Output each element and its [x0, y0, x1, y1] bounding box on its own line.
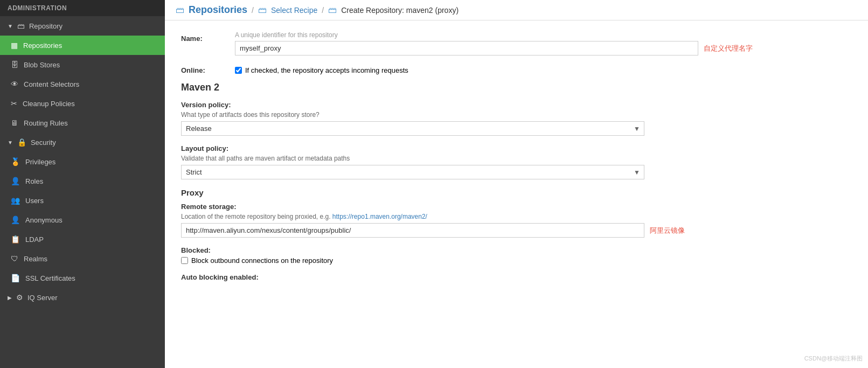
- watermark: CSDN@移动端注释图: [804, 355, 863, 363]
- security-section-label: Security: [31, 138, 56, 147]
- remote-storage-hint: Location of the remote repository being …: [181, 213, 852, 220]
- blocked-hint: Block outbound connections on the reposi…: [191, 256, 333, 265]
- repositories-breadcrumb-icon: 🗃: [176, 5, 184, 15]
- name-row: Name: A unique identifier for this repos…: [181, 31, 852, 55]
- sidebar-item-anonymous-label: Anonymous: [25, 216, 63, 224]
- sidebar-item-cleanup-policies[interactable]: ✂ Cleanup Policies: [0, 94, 165, 113]
- remote-storage-input-row: 阿里云镜像: [181, 223, 852, 238]
- online-label: Online:: [181, 63, 224, 74]
- layout-policy-block: Layout policy: Validate that all paths a…: [181, 144, 852, 179]
- sidebar-item-blob-stores[interactable]: 🗄 Blob Stores: [0, 55, 165, 74]
- main-content: 🗃 Repositories / 🗃 Select Recipe / 🗃 Cre…: [165, 0, 868, 368]
- version-policy-select-wrap: Release Snapshot Mixed ▼: [181, 121, 644, 136]
- caret-icon: ▼: [8, 23, 13, 29]
- sidebar-item-repositories[interactable]: ▦ Repositories: [0, 36, 165, 55]
- sidebar-item-users[interactable]: 👥 Users: [0, 191, 165, 210]
- version-policy-select[interactable]: Release Snapshot Mixed: [181, 121, 644, 136]
- blob-stores-icon: 🗄: [11, 60, 18, 69]
- content-selectors-icon: 👁: [11, 80, 18, 88]
- online-control-wrap: If checked, the repository accepts incom…: [235, 63, 852, 74]
- online-row: Online: If checked, the repository accep…: [181, 63, 852, 74]
- sidebar-item-ldap-label: LDAP: [25, 235, 44, 244]
- sidebar-section-repository[interactable]: ▼ 🗃 Repository: [0, 16, 165, 36]
- blocked-checkbox[interactable]: [181, 257, 188, 264]
- remote-storage-link[interactable]: https://repo1.maven.org/maven2/: [332, 213, 427, 220]
- sidebar-item-content-selectors-label: Content Selectors: [24, 80, 79, 88]
- breadcrumb: 🗃 Repositories / 🗃 Select Recipe / 🗃 Cre…: [165, 0, 868, 20]
- blocked-checkbox-row: Block outbound connections on the reposi…: [181, 256, 852, 265]
- sidebar-item-blob-stores-label: Blob Stores: [24, 61, 60, 69]
- sidebar-item-content-selectors[interactable]: 👁 Content Selectors: [0, 74, 165, 94]
- online-checkbox[interactable]: [235, 67, 242, 74]
- breadcrumb-current-page: Create Repository: maven2 (proxy): [341, 6, 459, 15]
- name-hint: A unique identifier for this repository: [235, 31, 852, 39]
- sidebar-item-ldap[interactable]: 📋 LDAP: [0, 230, 165, 249]
- online-hint: If checked, the repository accepts incom…: [245, 66, 408, 74]
- users-icon: 👥: [11, 196, 20, 205]
- privileges-icon: 🏅: [11, 157, 20, 166]
- security-caret-icon: ▼: [8, 140, 13, 145]
- version-policy-label: Version policy:: [181, 101, 852, 109]
- breadcrumb-sep-2: /: [322, 6, 324, 15]
- sidebar-item-cleanup-policies-label: Cleanup Policies: [23, 100, 75, 108]
- sidebar-item-privileges-label: Privileges: [25, 158, 55, 166]
- sidebar-item-ssl-certificates[interactable]: 📄 SSL Certificates: [0, 268, 165, 288]
- sidebar-section-security[interactable]: ▼ 🔒 Security: [0, 133, 165, 152]
- breadcrumb-select-recipe-link[interactable]: Select Recipe: [271, 6, 317, 15]
- layout-policy-select[interactable]: Strict Permissive: [181, 165, 644, 179]
- name-annotation: 自定义代理名字: [704, 44, 753, 53]
- sidebar-section-iq-server[interactable]: ▶ ⚙ IQ Server: [0, 288, 165, 307]
- ssl-icon: 📄: [11, 274, 20, 282]
- repository-section-label: Repository: [29, 22, 63, 30]
- sidebar-item-routing-rules-label: Routing Rules: [24, 119, 68, 127]
- online-checkbox-row: If checked, the repository accepts incom…: [235, 63, 852, 74]
- layout-policy-hint: Validate that all paths are maven artifa…: [181, 155, 852, 162]
- name-input[interactable]: [235, 41, 698, 55]
- layout-policy-select-wrap: Strict Permissive ▼: [181, 165, 644, 179]
- breadcrumb-sep-1: /: [252, 6, 254, 15]
- sidebar-item-users-label: Users: [25, 197, 44, 205]
- version-policy-hint: What type of artifacts does this reposit…: [181, 111, 852, 119]
- auto-blocking-block: Auto blocking enabled:: [181, 273, 852, 281]
- sidebar-item-roles[interactable]: 👤 Roles: [0, 171, 165, 191]
- remote-storage-hint-text: Location of the remote repository being …: [181, 213, 332, 220]
- maven2-section-title: Maven 2: [181, 82, 852, 93]
- version-policy-block: Version policy: What type of artifacts d…: [181, 101, 852, 136]
- sidebar-item-routing-rules[interactable]: 🖥 Routing Rules: [0, 113, 165, 133]
- blocked-block: Blocked: Block outbound connections on t…: [181, 246, 852, 265]
- sidebar-header: Administration: [0, 0, 165, 16]
- name-control-wrap: A unique identifier for this repository …: [235, 31, 852, 55]
- name-label: Name:: [181, 31, 224, 43]
- proxy-section-title: Proxy: [181, 188, 852, 197]
- iq-server-icon: ⚙: [16, 293, 23, 302]
- sidebar-item-ssl-label: SSL Certificates: [25, 274, 75, 282]
- breadcrumb-repositories-link[interactable]: Repositories: [189, 4, 247, 16]
- anonymous-icon: 👤: [11, 216, 20, 224]
- sidebar-item-anonymous[interactable]: 👤 Anonymous: [0, 210, 165, 230]
- create-repo-breadcrumb-icon: 🗃: [328, 5, 337, 15]
- repositories-icon: ▦: [11, 41, 18, 50]
- remote-storage-block: Remote storage: Location of the remote r…: [181, 203, 852, 238]
- repository-icon: 🗃: [17, 22, 25, 30]
- routing-rules-icon: 🖥: [11, 119, 18, 127]
- form-area: Name: A unique identifier for this repos…: [165, 20, 868, 368]
- sidebar-item-repositories-label: Repositories: [23, 41, 62, 50]
- iq-server-label: IQ Server: [27, 294, 58, 302]
- layout-policy-label: Layout policy:: [181, 144, 852, 152]
- blocked-label: Blocked:: [181, 246, 852, 254]
- iq-caret-icon: ▶: [8, 295, 12, 301]
- remote-storage-annotation: 阿里云镜像: [650, 226, 685, 235]
- realms-icon: 🛡: [11, 254, 18, 263]
- select-recipe-breadcrumb-icon: 🗃: [258, 5, 267, 15]
- sidebar: Administration ▼ 🗃 Repository ▦ Reposito…: [0, 0, 165, 368]
- cleanup-policies-icon: ✂: [11, 99, 17, 108]
- security-icon: 🔒: [17, 138, 26, 147]
- ldap-icon: 📋: [11, 235, 20, 244]
- remote-storage-input[interactable]: [181, 223, 644, 238]
- sidebar-item-realms[interactable]: 🛡 Realms: [0, 249, 165, 268]
- sidebar-item-roles-label: Roles: [25, 177, 43, 185]
- sidebar-item-realms-label: Realms: [24, 255, 47, 263]
- sidebar-item-privileges[interactable]: 🏅 Privileges: [0, 152, 165, 171]
- roles-icon: 👤: [11, 177, 20, 185]
- remote-storage-label: Remote storage:: [181, 203, 852, 211]
